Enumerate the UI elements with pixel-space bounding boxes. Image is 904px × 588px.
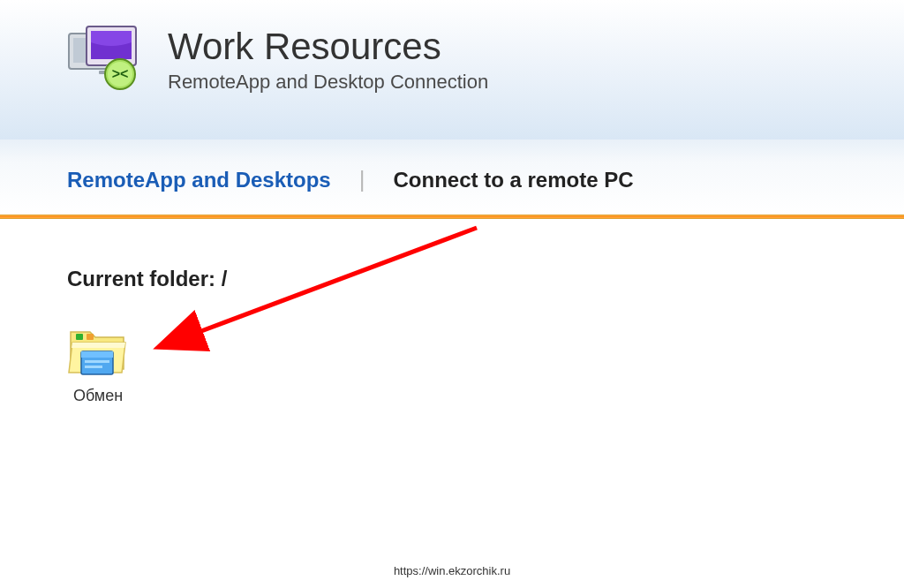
svg-rect-13 [85, 360, 109, 363]
page-header: >< Work Resources RemoteApp and Desktop … [0, 0, 904, 139]
svg-rect-14 [85, 366, 102, 368]
tab-separator: | [359, 166, 365, 193]
folder-app-icon [67, 325, 129, 380]
footer-url: https://win.ekzorchik.ru [394, 564, 510, 577]
annotation-arrow [150, 219, 503, 378]
page-title: Work Resources [168, 26, 488, 67]
tab-connect-remote-pc[interactable]: Connect to a remote PC [393, 168, 633, 192]
remoteapp-item[interactable]: Обмен [67, 325, 129, 405]
tab-remoteapp-desktops[interactable]: RemoteApp and Desktops [67, 168, 331, 192]
tabs-bar: RemoteApp and Desktops | Connect to a re… [0, 139, 904, 215]
header-text-block: Work Resources RemoteApp and Desktop Con… [168, 26, 488, 94]
content-area: Current folder: / Обмен [0, 219, 904, 405]
remote-desktop-icon: >< [67, 25, 147, 95]
remoteapp-item-label: Обмен [73, 387, 123, 405]
svg-rect-12 [81, 351, 113, 358]
svg-rect-10 [87, 334, 94, 340]
svg-rect-9 [76, 334, 83, 340]
svg-text:><: >< [112, 66, 129, 81]
current-folder-label: Current folder: / [67, 267, 904, 291]
page-subtitle: RemoteApp and Desktop Connection [168, 71, 488, 94]
